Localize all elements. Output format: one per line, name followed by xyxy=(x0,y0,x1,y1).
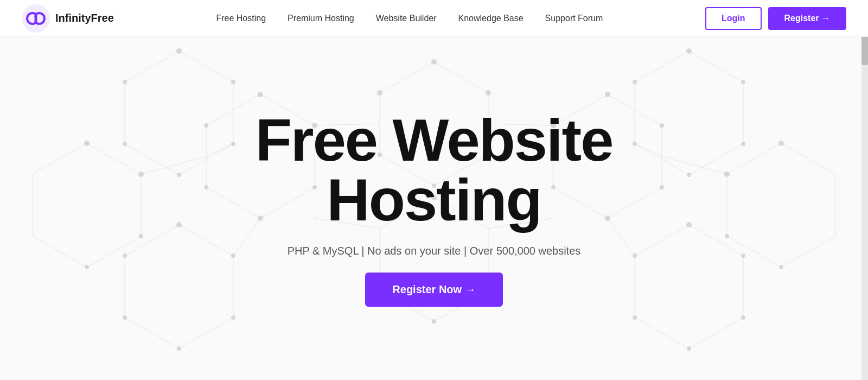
nav-website-builder[interactable]: Website Builder xyxy=(376,14,437,23)
login-button[interactable]: Login xyxy=(705,7,762,30)
nav-premium-hosting[interactable]: Premium Hosting xyxy=(288,14,354,23)
svg-point-51 xyxy=(176,48,182,54)
svg-point-54 xyxy=(177,173,181,177)
svg-point-59 xyxy=(741,142,745,146)
hero-subtitle: PHP & MySQL | No ads on your site | Over… xyxy=(288,245,581,257)
svg-point-40 xyxy=(432,319,436,324)
svg-point-63 xyxy=(176,222,182,227)
svg-point-43 xyxy=(84,141,90,146)
svg-point-56 xyxy=(123,80,127,84)
logo-link[interactable]: InfinityFree xyxy=(22,4,114,33)
svg-marker-7 xyxy=(125,51,233,175)
hero-section: .hex-line { stroke: #d0d0d8; stroke-widt… xyxy=(0,37,868,380)
svg-point-45 xyxy=(139,234,143,238)
svg-point-37 xyxy=(660,123,664,128)
nav-support-forum[interactable]: Support Forum xyxy=(545,14,603,23)
navbar: InfinityFree Free Hosting Premium Hostin… xyxy=(0,0,868,37)
svg-point-48 xyxy=(724,172,730,177)
svg-point-60 xyxy=(687,173,691,177)
svg-point-66 xyxy=(177,346,181,351)
svg-point-67 xyxy=(123,315,127,320)
svg-point-65 xyxy=(231,315,235,320)
svg-point-27 xyxy=(258,92,263,97)
register-nav-button[interactable]: Register → xyxy=(768,7,846,30)
svg-point-62 xyxy=(633,80,637,84)
nav-free-hosting[interactable]: Free Hosting xyxy=(216,14,266,23)
svg-marker-5 xyxy=(33,143,141,267)
svg-point-73 xyxy=(633,315,637,320)
svg-point-58 xyxy=(741,80,745,84)
svg-point-32 xyxy=(204,185,208,189)
svg-point-21 xyxy=(431,59,437,65)
svg-point-49 xyxy=(725,234,729,238)
svg-point-50 xyxy=(779,265,783,269)
svg-point-61 xyxy=(633,142,637,146)
hero-title: Free Website Hosting xyxy=(256,110,613,230)
nav-knowledge-base[interactable]: Knowledge Base xyxy=(458,14,524,23)
svg-marker-8 xyxy=(635,51,743,175)
svg-point-31 xyxy=(204,123,208,128)
svg-point-72 xyxy=(687,346,691,351)
svg-line-18 xyxy=(635,144,662,156)
scrollbar[interactable] xyxy=(861,0,868,380)
svg-point-22 xyxy=(486,90,491,96)
svg-point-55 xyxy=(123,142,127,146)
svg-point-44 xyxy=(138,172,144,177)
svg-point-53 xyxy=(231,142,235,146)
svg-marker-6 xyxy=(727,143,835,267)
svg-point-46 xyxy=(85,265,89,269)
svg-point-70 xyxy=(741,254,745,258)
svg-point-52 xyxy=(231,80,235,84)
register-hero-button[interactable]: Register Now → xyxy=(365,273,502,307)
svg-marker-10 xyxy=(635,225,743,349)
svg-point-57 xyxy=(686,48,692,54)
svg-point-47 xyxy=(778,141,784,146)
svg-line-17 xyxy=(206,144,233,156)
svg-point-74 xyxy=(633,254,637,258)
logo-icon xyxy=(22,4,50,33)
svg-point-38 xyxy=(660,185,664,189)
svg-marker-9 xyxy=(125,225,233,349)
svg-point-33 xyxy=(605,92,610,97)
brand-name: InfinityFree xyxy=(55,12,114,24)
svg-point-68 xyxy=(123,254,127,258)
nav-buttons: Login Register → xyxy=(705,7,846,30)
svg-point-69 xyxy=(686,222,692,227)
svg-point-71 xyxy=(741,315,745,320)
nav-links: Free Hosting Premium Hosting Website Bui… xyxy=(216,14,603,23)
svg-point-23 xyxy=(377,90,382,96)
svg-point-64 xyxy=(231,254,235,258)
hero-content: Free Website Hosting PHP & MySQL | No ad… xyxy=(256,110,613,307)
